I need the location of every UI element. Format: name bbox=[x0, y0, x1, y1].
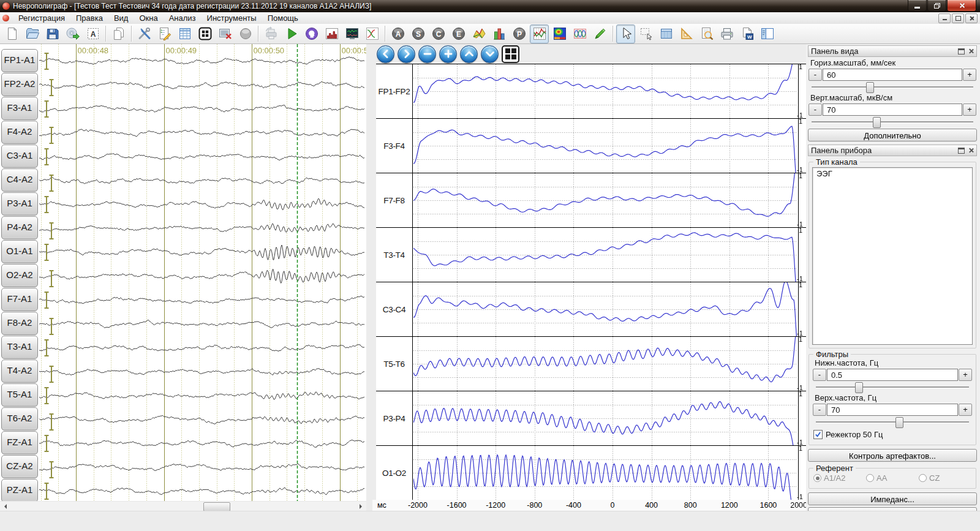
circle-s-button[interactable]: S bbox=[409, 24, 428, 43]
nav-left-button[interactable] bbox=[377, 45, 394, 63]
h-scale-value[interactable]: 60 bbox=[823, 69, 962, 81]
export-cd-button[interactable] bbox=[63, 24, 82, 43]
low-freq-decrement-button[interactable]: - bbox=[813, 369, 826, 381]
high-freq-decrement-button[interactable]: - bbox=[813, 404, 826, 416]
horizontal-scrollbar[interactable] bbox=[0, 501, 366, 511]
channel-button-t5-a1[interactable]: T5-A1 bbox=[1, 383, 38, 407]
cursor-button[interactable] bbox=[616, 24, 635, 43]
channel-type-item[interactable]: ЭЭГ bbox=[813, 168, 972, 179]
channel-button-f7-a1[interactable]: F7-A1 bbox=[1, 288, 38, 311]
circle-a-button[interactable]: A bbox=[388, 24, 407, 43]
h-scale-decrement-button[interactable]: - bbox=[809, 69, 822, 81]
channel-button-o2-a2[interactable]: O2-A2 bbox=[1, 264, 38, 287]
scrollbar-thumb[interactable] bbox=[203, 502, 230, 511]
h-scale-slider[interactable] bbox=[810, 82, 974, 92]
high-freq-increment-button[interactable]: + bbox=[959, 404, 972, 416]
restore-button[interactable] bbox=[927, 0, 946, 12]
panel-layout-button[interactable] bbox=[758, 24, 777, 43]
channel-button-cz-a2[interactable]: CZ-A2 bbox=[1, 455, 38, 478]
layout-grid-button[interactable] bbox=[502, 45, 519, 63]
impedance-button[interactable]: Импеданс... bbox=[808, 492, 977, 505]
menu-item-1[interactable]: Регистрация bbox=[13, 13, 70, 23]
channel-button-o1-a1[interactable]: O1-A1 bbox=[1, 240, 38, 263]
print-button[interactable] bbox=[717, 24, 736, 43]
channel-button-fp2-a2[interactable]: FP2-A2 bbox=[1, 73, 38, 96]
close-button[interactable] bbox=[947, 0, 976, 12]
curves-crossed-button[interactable] bbox=[363, 24, 382, 43]
wave-overlay-button[interactable] bbox=[570, 24, 589, 43]
menu-item-2[interactable]: Правка bbox=[70, 13, 108, 23]
referent-option-cz[interactable]: CZ bbox=[919, 473, 971, 483]
channel-type-listbox[interactable]: ЭЭГ bbox=[812, 167, 973, 345]
new-document-button[interactable] bbox=[2, 24, 21, 43]
edit-protocol-button[interactable] bbox=[155, 24, 174, 43]
save-button[interactable] bbox=[43, 24, 62, 43]
menu-item-6[interactable]: Инструменты bbox=[202, 13, 262, 23]
menu-item-3[interactable]: Вид bbox=[108, 13, 134, 23]
matrix-view-button[interactable] bbox=[195, 24, 214, 43]
channel-button-t6-a2[interactable]: T6-A2 bbox=[1, 407, 38, 431]
bar-chart-button[interactable] bbox=[489, 24, 508, 43]
v-scale-value[interactable]: 70 bbox=[823, 104, 962, 116]
channel-button-f4-a2[interactable]: F4-A2 bbox=[1, 121, 38, 144]
circle-p-button[interactable]: P bbox=[510, 24, 529, 43]
menu-item-4[interactable]: Окна bbox=[134, 13, 163, 23]
mdi-close-button[interactable] bbox=[965, 13, 978, 23]
nav-right-button[interactable] bbox=[398, 45, 415, 63]
close-panel-icon[interactable] bbox=[968, 48, 974, 54]
low-freq-slider-thumb[interactable] bbox=[855, 382, 863, 393]
eeg-monitor-button[interactable] bbox=[342, 24, 361, 43]
float-panel-icon[interactable] bbox=[958, 148, 965, 154]
channel-button-c4-a2[interactable]: C4-A2 bbox=[1, 168, 38, 192]
channel-button-p4-a2[interactable]: P4-A2 bbox=[1, 216, 38, 239]
circle-e-button[interactable]: E bbox=[449, 24, 468, 43]
channel-button-p3-a1[interactable]: P3-A1 bbox=[1, 192, 38, 216]
notch-filter-checkbox[interactable] bbox=[813, 430, 823, 439]
menu-item-5[interactable]: Анализ bbox=[164, 13, 202, 23]
channel-button-pz-a1[interactable]: PZ-A1 bbox=[1, 479, 38, 502]
tools-button[interactable] bbox=[135, 24, 154, 43]
mdi-restore-button[interactable] bbox=[952, 13, 964, 23]
h-scale-increment-button[interactable]: + bbox=[963, 69, 976, 81]
channel-button-f8-a2[interactable]: F8-A2 bbox=[1, 312, 38, 335]
circle-c-button[interactable]: C bbox=[429, 24, 448, 43]
copy-pages-button[interactable] bbox=[109, 24, 128, 43]
float-panel-icon[interactable] bbox=[958, 48, 965, 55]
h-scale-slider-thumb[interactable] bbox=[866, 82, 874, 93]
scroll-right-arrow[interactable] bbox=[356, 502, 366, 511]
open-folder-button[interactable] bbox=[23, 24, 42, 43]
export-word-button[interactable]: W bbox=[737, 24, 756, 43]
low-freq-slider[interactable] bbox=[815, 382, 970, 392]
referent-option-aa[interactable]: AA bbox=[866, 473, 919, 483]
zoom-preview-button[interactable] bbox=[697, 24, 716, 43]
nav-up-button[interactable] bbox=[460, 45, 478, 63]
referent-option-a1a2[interactable]: A1/A2 bbox=[813, 473, 866, 483]
artifact-control-button[interactable]: Контроль артефактов... bbox=[808, 449, 977, 462]
zoom-out-button[interactable] bbox=[418, 45, 436, 63]
reprint-button[interactable] bbox=[262, 24, 281, 43]
minimize-button[interactable] bbox=[908, 0, 927, 12]
channel-button-c3-a1[interactable]: C3-A1 bbox=[1, 145, 38, 168]
v-scale-slider-thumb[interactable] bbox=[873, 117, 881, 128]
high-freq-slider-thumb[interactable] bbox=[895, 417, 903, 428]
v-scale-decrement-button[interactable]: - bbox=[809, 104, 822, 116]
v-scale-slider[interactable] bbox=[810, 117, 974, 127]
channel-button-t4-a2[interactable]: T4-A2 bbox=[1, 360, 38, 383]
play-button[interactable] bbox=[282, 24, 301, 43]
line-chart-button[interactable] bbox=[530, 24, 549, 43]
table-grid-button[interactable] bbox=[175, 24, 194, 43]
additional-button[interactable]: Дополнительно bbox=[808, 129, 977, 141]
high-freq-slider[interactable] bbox=[815, 417, 970, 427]
low-freq-value[interactable]: 0.5 bbox=[827, 369, 958, 381]
text-frame-button[interactable]: A bbox=[83, 24, 102, 43]
record-sphere-button[interactable] bbox=[236, 24, 255, 43]
v-scale-increment-button[interactable]: + bbox=[963, 104, 976, 116]
brain-analysis-button[interactable] bbox=[302, 24, 321, 43]
channel-button-fz-a1[interactable]: FZ-A1 bbox=[1, 431, 38, 454]
set-square-button[interactable] bbox=[677, 24, 696, 43]
channel-button-fp1-a1[interactable]: FP1-A1 bbox=[1, 49, 38, 72]
mesh-3d-button[interactable] bbox=[469, 24, 488, 43]
channel-button-t3-a1[interactable]: T3-A1 bbox=[1, 336, 38, 359]
zoom-in-button[interactable] bbox=[439, 45, 457, 63]
ruled-table-button[interactable] bbox=[657, 24, 676, 43]
